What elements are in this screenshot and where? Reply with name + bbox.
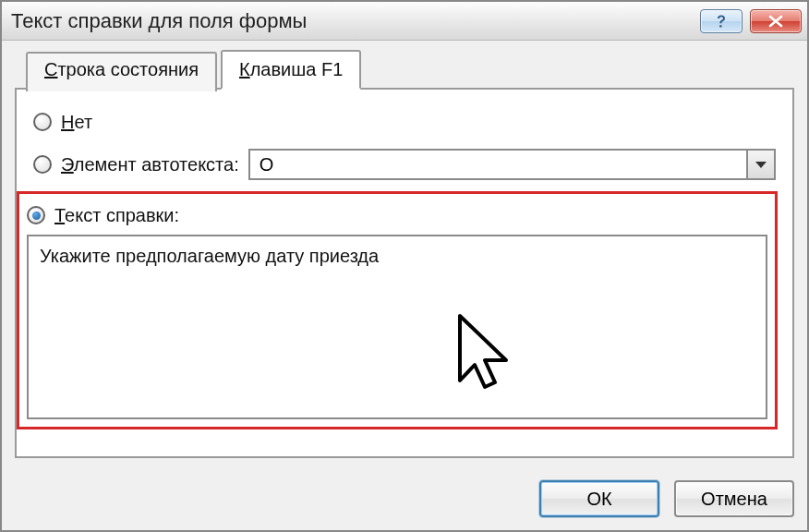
autotext-combo[interactable]: О xyxy=(248,149,776,180)
window-title: Текст справки для поля формы xyxy=(11,9,700,33)
option-help-text-row[interactable]: Текст справки: xyxy=(27,200,767,231)
close-button[interactable] xyxy=(750,9,802,33)
dialog-window: Текст справки для поля формы Строка сост… xyxy=(0,0,809,532)
window-controls xyxy=(700,9,802,33)
option-none-row[interactable]: Нет xyxy=(33,106,776,138)
option-autotext-row[interactable]: Элемент автотекста: О xyxy=(33,149,776,180)
help-text-textarea[interactable]: Укажите предполагаемую дату приезда xyxy=(27,235,767,419)
chevron-down-icon[interactable] xyxy=(746,151,774,178)
close-icon xyxy=(767,15,784,28)
autotext-combo-value: О xyxy=(260,154,274,175)
cancel-button[interactable]: Отмена xyxy=(674,480,794,517)
tab-strip: Строка состояния Клавиша F1 xyxy=(26,50,794,90)
help-button[interactable] xyxy=(700,9,743,33)
radio-help-text[interactable] xyxy=(27,206,45,224)
tab-status-bar[interactable]: Строка состояния xyxy=(26,52,217,91)
radio-none[interactable] xyxy=(33,113,52,131)
tab-f1-key[interactable]: Клавиша F1 xyxy=(221,50,361,90)
radio-help-text-label: Текст справки: xyxy=(54,205,179,226)
radio-autotext[interactable] xyxy=(33,155,52,174)
annotation-highlight: Текст справки: Укажите предполагаемую да… xyxy=(17,191,778,429)
radio-autotext-label: Элемент автотекста: xyxy=(61,154,239,175)
dialog-content: Строка состояния Клавиша F1 Нет Элемент … xyxy=(2,41,807,469)
ok-button[interactable]: ОК xyxy=(539,480,659,517)
titlebar[interactable]: Текст справки для поля формы xyxy=(2,2,807,41)
radio-none-label: Нет xyxy=(61,112,92,133)
question-icon xyxy=(713,14,730,29)
tab-panel: Нет Элемент автотекста: О Текст справки: xyxy=(15,88,794,458)
dialog-buttons: ОК Отмена xyxy=(2,469,807,530)
